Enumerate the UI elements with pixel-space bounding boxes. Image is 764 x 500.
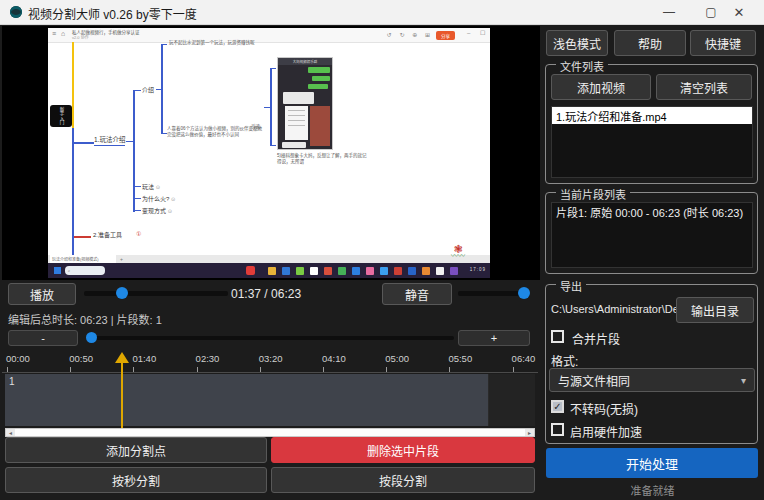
vf-app-title: 私人起做视频行，手机做分享认证 v2.0 协作	[72, 30, 140, 40]
watermark-logo: ❃〰〰	[442, 244, 474, 270]
taskbar-app-icon	[338, 267, 346, 275]
output-path: C:\Users\Administrator\De	[551, 303, 679, 315]
tick-mark	[323, 367, 324, 372]
chat-bubble	[308, 84, 328, 89]
mindmap-bracket	[133, 90, 135, 212]
taskbar-app-icon	[380, 267, 388, 275]
file-list-item[interactable]: 1.玩法介绍和准备.mp4	[552, 107, 752, 124]
vf-tab: 玩法介绍和准备(视频模式)	[50, 255, 116, 263]
scroll-right-icon[interactable]: ►	[525, 429, 534, 436]
delete-segment-button[interactable]: 删除选中片段	[271, 437, 535, 463]
menu-icon: ≡	[52, 30, 56, 37]
app-logo-icon	[10, 6, 22, 18]
taskbar-app-icon	[282, 267, 290, 275]
vf-share-button: 分享	[436, 31, 455, 40]
timeline-segment[interactable]: 1	[5, 374, 489, 426]
close-button[interactable]: ✕	[722, 0, 756, 24]
tick-label: 03:20	[259, 353, 283, 364]
taskbar-app-icon	[246, 266, 255, 275]
mindmap-connector	[74, 142, 94, 144]
mindmap-branch1: 1.玩法介绍	[94, 134, 125, 146]
taskbar-app-icon	[310, 267, 318, 275]
video-preview[interactable]: ≡ ⌂ 私人起做视频行，手机做分享认证 v2.0 协作 ↺ ↻ ⊕ ⊞ ⚙ 分享…	[2, 26, 540, 280]
vf-toolbar: ≡ ⌂ 私人起做视频行，手机做分享认证 v2.0 协作 ↺ ↻ ⊕ ⊞ ⚙ 分享…	[48, 28, 490, 43]
mindmap-connector	[271, 68, 276, 69]
merge-checkbox[interactable]: ✓	[551, 330, 564, 343]
zoom-slider-handle[interactable]	[86, 332, 97, 343]
caret-down-icon: ▾	[741, 375, 746, 386]
timeline-scrollbar[interactable]: ◄ ►	[5, 428, 535, 437]
mindmap-bracket	[161, 44, 163, 134]
tick-mark	[513, 367, 514, 372]
home-icon: ⌂	[61, 30, 65, 37]
tick-mark	[197, 367, 198, 372]
minimize-button[interactable]: —	[652, 0, 686, 24]
no-transcode-label: 不转码(无损)	[570, 400, 638, 417]
no-transcode-checkbox[interactable]: ✓	[551, 400, 564, 413]
add-video-button[interactable]: 添加视频	[551, 74, 651, 100]
volume-slider-handle[interactable]	[518, 287, 530, 299]
file-list[interactable]: 1.玩法介绍和准备.mp4	[551, 106, 753, 178]
output-dir-button[interactable]: 输出目录	[676, 297, 754, 323]
vf-window-controls: – ☐	[467, 29, 489, 36]
tick-mark	[133, 367, 134, 372]
mindmap-phone-label: 引流	[251, 124, 260, 130]
window-title: 视频分割大师 v0.26 by零下一度	[28, 5, 197, 22]
segment-list-item[interactable]: 片段1: 原始 00:00 - 06:23 (时长 06:23)	[552, 203, 752, 220]
playhead-arrow-shaft	[121, 363, 123, 428]
segment-list-title: 当前片段列表	[556, 186, 630, 202]
taskbar-app-icon	[296, 267, 304, 275]
seek-slider-handle[interactable]	[116, 287, 128, 299]
edit-summary: 编辑后总时长: 06:23 | 片段数: 1	[8, 311, 162, 327]
chat-menu	[285, 106, 308, 140]
clear-list-button[interactable]: 清空列表	[656, 74, 752, 100]
taskbar-app-icon	[324, 267, 332, 275]
zoom-slider[interactable]	[86, 336, 454, 340]
zoom-in-button[interactable]: +	[458, 330, 530, 346]
tick-label: 05:00	[385, 353, 409, 364]
export-title: 导出	[556, 278, 586, 294]
split-by-segments-button[interactable]: 按段分割	[271, 467, 535, 493]
taskbar-app-icon	[366, 267, 374, 275]
mindmap-child-node: 玩法 ⊙	[142, 182, 160, 191]
mindmap-branch2: 2.准备工具	[93, 230, 122, 239]
zoom-out-button[interactable]: -	[8, 330, 78, 346]
mindmap-connector	[134, 210, 141, 211]
video-frame: ≡ ⌂ 私人起做视频行，手机做分享认证 v2.0 协作 ↺ ↻ ⊕ ⊞ ⚙ 分享…	[48, 28, 490, 278]
add-split-button[interactable]: 添加分割点	[5, 437, 267, 463]
help-button[interactable]: 帮助	[614, 30, 686, 56]
vf-tabstrip: 玩法介绍和准备(视频模式) +	[48, 255, 490, 263]
merge-label: 合并片段	[572, 330, 620, 347]
scroll-left-icon[interactable]: ◄	[6, 429, 15, 436]
mindmap-connector	[126, 141, 133, 142]
segment-list[interactable]: 片段1: 原始 00:00 - 06:23 (时长 06:23)	[551, 202, 753, 268]
chat-bubble	[308, 67, 330, 73]
mute-button[interactable]: 静音	[382, 283, 452, 305]
format-select[interactable]: 与源文件相同 ▾	[549, 368, 755, 392]
mindmap-annotation-top: 玩不起比水泥到第一个玩法，玩游资赚钱呢	[169, 40, 255, 46]
mindmap-connector	[134, 90, 141, 91]
phone-screenshot: 大妈视频娱乐群	[277, 57, 333, 150]
vf-taskbar: ⌕ 17:09	[48, 263, 490, 278]
play-button[interactable]: 播放	[8, 283, 76, 305]
tick-label: 04:10	[322, 353, 346, 364]
chat-photo	[310, 106, 330, 146]
app-window: 视频分割大师 v0.26 by零下一度 — ▢ ✕ ≡ ⌂ 私人起做视频行，手机…	[0, 0, 764, 500]
light-mode-button[interactable]: 浅色模式	[546, 30, 608, 56]
time-display: 01:37 / 06:23	[231, 287, 301, 301]
check-icon: ✓	[553, 402, 561, 412]
split-by-seconds-button[interactable]: 按秒分割	[5, 467, 267, 493]
hw-accel-checkbox[interactable]: ✓	[551, 423, 564, 436]
shortcuts-button[interactable]: 快捷键	[690, 30, 756, 56]
playhead-arrow-icon	[115, 352, 129, 363]
timeline-track[interactable]: 1	[5, 374, 535, 426]
tick-mark	[260, 367, 261, 372]
mindmap-spine	[72, 128, 74, 258]
mindmap-phone-bracket	[270, 68, 272, 146]
seek-slider[interactable]	[84, 291, 228, 296]
tick-mark	[449, 367, 450, 372]
start-processing-button[interactable]: 开始处理	[546, 448, 758, 478]
mindmap-annotation-phone: 5)操科想象卡大妈，反想让了解，两手的就记 得说，无所谓	[277, 153, 367, 165]
mindmap-red-connector	[74, 236, 91, 238]
tick-label: 02:30	[196, 353, 220, 364]
